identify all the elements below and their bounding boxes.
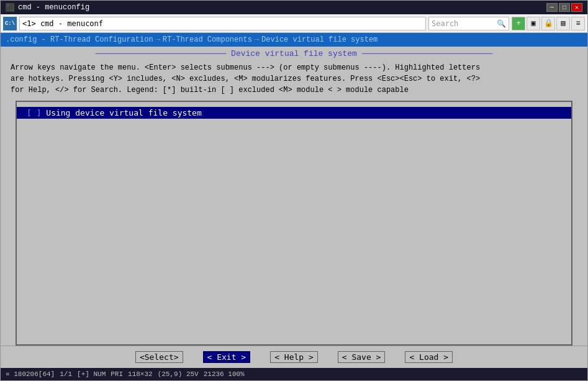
status-coords: (25,9) 25V	[158, 370, 199, 378]
save-button-item: < Save >	[338, 351, 386, 363]
breadcrumb-item3[interactable]: Device virtual file system	[261, 35, 378, 44]
close-button[interactable]: ✕	[571, 3, 582, 12]
help-line3: for Help, </> for Search. Legend: [*] bu…	[11, 85, 577, 96]
select-button[interactable]: <Select>	[135, 351, 183, 363]
exit-button-item: < Exit >	[203, 351, 251, 363]
status-priority: PRI	[111, 370, 123, 378]
view2-btn[interactable]: ▤	[556, 17, 570, 30]
status-dimensions: 118×32	[128, 370, 153, 378]
menu-title-text: ─────────────────────────── Device virtu…	[96, 49, 493, 58]
toolbar: C:\ <1> cmd - menuconf Search 🔍 + ▣ 🔒 ▤ …	[1, 14, 587, 33]
view1-btn[interactable]: ▣	[527, 17, 540, 30]
breadcrumb-item1[interactable]: .config - RT-Thread Configuration	[6, 35, 153, 44]
status-mode: [+] NUM	[77, 370, 106, 378]
menu-item-vfs[interactable]: [ ] Using device virtual file system	[17, 107, 571, 119]
status-code: 21236 100%	[204, 370, 245, 378]
menu-box: [ ] Using device virtual file system	[16, 101, 572, 346]
search-icon: 🔍	[497, 19, 506, 28]
button-bar: <Select> < Exit > < Help > < Save > < Lo…	[1, 346, 587, 368]
menu-btn[interactable]: ≡	[571, 17, 585, 30]
menu-title: ─────────────────────────── Device virtu…	[1, 47, 587, 60]
status-addr: « 180206[64]	[6, 370, 55, 378]
help-text: Arrow keys navigate the menu. <Enter> se…	[1, 60, 587, 101]
help-line2: are hotkeys. Pressing <Y> includes, <N> …	[11, 73, 577, 85]
search-box[interactable]: Search 🔍	[428, 17, 509, 30]
title-bar-controls: ─ □ ✕	[546, 3, 582, 12]
address-bar[interactable]: <1> cmd - menuconf	[19, 17, 426, 30]
menu-item-label: Using device virtual file system	[41, 108, 201, 117]
terminal-icon: ⬛	[6, 3, 14, 12]
window-title: cmd - menuconfig	[18, 3, 89, 12]
load-button-item: < Load >	[405, 351, 453, 363]
breadcrumb-sep1: →	[156, 35, 160, 44]
load-button[interactable]: < Load >	[405, 351, 453, 363]
lock-btn[interactable]: 🔒	[541, 17, 555, 30]
help-line1: Arrow keys navigate the menu. <Enter> se…	[11, 62, 577, 73]
minimize-button[interactable]: ─	[546, 3, 558, 12]
breadcrumb-sep2: →	[255, 35, 259, 44]
select-button-item: <Select>	[135, 351, 183, 363]
lock-icon: 🔒	[544, 19, 553, 28]
status-bar: « 180206[64] 1/1 [+] NUM PRI 118×32 (25,…	[1, 368, 587, 380]
title-bar-left: ⬛ cmd - menuconfig	[6, 3, 89, 12]
toolbar-right-icons: + ▣ 🔒 ▤ ≡	[512, 17, 585, 30]
help-button-item: < Help >	[270, 351, 318, 363]
breadcrumb: .config - RT-Thread Configuration → RT-T…	[1, 33, 587, 47]
new-btn[interactable]: +	[512, 17, 525, 30]
breadcrumb-item2[interactable]: RT-Thread Components	[163, 35, 252, 44]
menu-item-bracket: [ ]	[27, 108, 41, 117]
window: ⬛ cmd - menuconfig ─ □ ✕ C:\ <1> cmd - m…	[0, 0, 588, 381]
search-placeholder: Search	[432, 19, 458, 28]
status-page: 1/1	[60, 370, 72, 378]
help-button[interactable]: < Help >	[270, 351, 318, 363]
maximize-button[interactable]: □	[559, 3, 570, 12]
exit-button[interactable]: < Exit >	[203, 351, 251, 363]
save-button[interactable]: < Save >	[338, 351, 386, 363]
toolbar-icon: C:\	[3, 17, 17, 30]
title-bar: ⬛ cmd - menuconfig ─ □ ✕	[1, 1, 587, 14]
main-content: ─────────────────────────── Device virtu…	[1, 47, 587, 368]
